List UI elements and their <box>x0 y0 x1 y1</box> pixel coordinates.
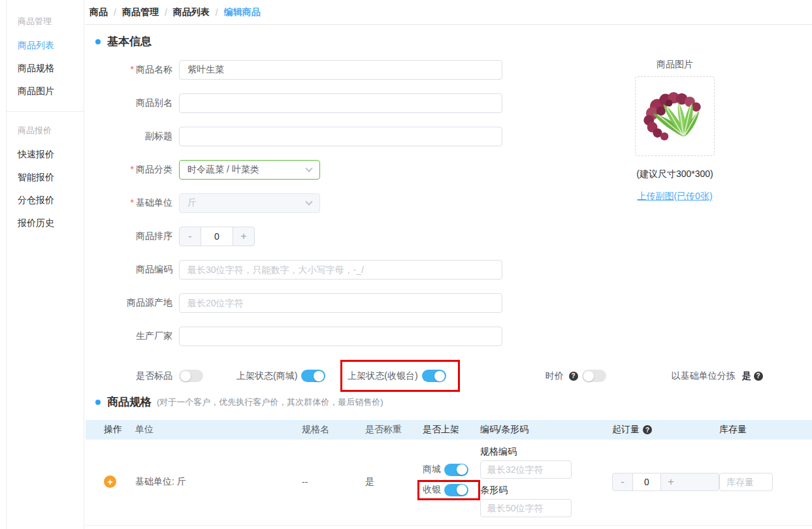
category-select[interactable]: 时令蔬菜 / 叶菜类 <box>179 160 320 180</box>
row-shelf-toggles: 商城 收银 <box>423 464 480 500</box>
sidebar-item-smart-quote[interactable]: 智能报价 <box>18 172 84 184</box>
is-standard-toggle[interactable] <box>179 370 203 382</box>
row-spec-name-value: -- <box>302 477 365 487</box>
product-alias-label: 商品别名 <box>95 97 172 109</box>
main-content: 商品 / 商品管理 / 商品列表 / 编辑商品 基本信息 *商品名称 商品别名 <box>85 0 812 529</box>
sidebar-item-quick-quote[interactable]: 快速报价 <box>18 149 84 161</box>
stock-input[interactable] <box>719 473 773 491</box>
stepper-decrease-button[interactable]: - <box>180 227 201 246</box>
origin-input[interactable] <box>179 293 502 313</box>
column-header-action: 操作 <box>104 424 135 436</box>
column-header-weighed: 是否称重 <box>365 424 423 436</box>
row-cashier-label: 收银 <box>423 484 441 496</box>
product-image-upload-box[interactable] <box>635 76 715 156</box>
product-alias-input[interactable] <box>179 93 502 113</box>
breadcrumb-item-product-list[interactable]: 商品列表 <box>173 7 210 18</box>
cashier-shelf-highlight-box: 上架状态(收银台) <box>340 360 459 392</box>
column-header-min-order: 起订量 ? <box>612 424 719 436</box>
column-header-code-barcode: 编码/条形码 <box>480 424 612 436</box>
section-bullet-icon <box>95 39 101 44</box>
sidebar-item-warehouse-quote[interactable]: 分仓报价 <box>18 195 84 206</box>
add-spec-button[interactable]: + <box>104 475 116 488</box>
origin-label: 商品源产地 <box>95 297 172 309</box>
chevron-down-icon <box>305 198 312 205</box>
spec-pricing-note: (对于一个客户，优先执行客户价，其次群体价，最后销售价) <box>157 396 383 408</box>
spec-table-row: + 基础单位: 斤 -- 是 商城 收银 <box>86 440 812 526</box>
breadcrumb-current-edit-product: 编辑商品 <box>224 7 261 18</box>
mall-shelf-status-label: 上架状态(商城) <box>236 370 297 382</box>
spec-table: 操作 单位 规格名 是否称重 是否上架 编码/条形码 起订量 ? 库存量 + <box>86 420 812 526</box>
row-stock-cell <box>719 473 812 491</box>
breadcrumb: 商品 / 商品管理 / 商品列表 / 编辑商品 <box>85 0 812 25</box>
column-header-spec-name: 规格名 <box>302 424 365 436</box>
status-toggles-row: 是否标品 上架状态(商城) 上架状态(收银台) 时价 ? 以基础单位分拣 是 ? <box>95 360 812 392</box>
sidebar-item-product-spec[interactable]: 商品规格 <box>18 63 84 74</box>
sort-order-value[interactable]: 0 <box>201 227 233 246</box>
breadcrumb-separator: / <box>216 7 218 18</box>
spec-table-header: 操作 单位 规格名 是否称重 是否上架 编码/条形码 起订量 ? 库存量 <box>86 420 812 440</box>
time-price-help-icon[interactable]: ? <box>569 372 578 381</box>
sort-order-stepper: - 0 + <box>179 227 255 246</box>
sidebar-divider <box>7 111 84 112</box>
spec-code-input[interactable] <box>480 460 572 479</box>
product-name-input[interactable] <box>179 60 502 80</box>
base-unit-selected-value: 斤 <box>187 197 197 209</box>
is-standard-label: 是否标品 <box>95 370 172 382</box>
sidebar-group-product-quote: 商品报价 <box>18 125 84 136</box>
row-weighed-value: 是 <box>365 476 423 488</box>
base-unit-select: 斤 <box>179 193 320 213</box>
upload-secondary-images-link[interactable]: 上传副图(已传0张) <box>637 191 712 202</box>
breadcrumb-item-product[interactable]: 商品 <box>89 7 108 18</box>
sidebar-group-product-management: 商品管理 <box>18 16 84 27</box>
product-image-title: 商品图片 <box>657 59 693 71</box>
product-edit-page: 商品管理 商品列表 商品规格 商品图片 商品报价 快速报价 智能报价 分仓报价 … <box>0 0 812 529</box>
min-order-value[interactable]: 0 <box>632 473 661 490</box>
stepper-increase-button[interactable]: + <box>661 473 681 490</box>
basic-info-title: 基本信息 <box>107 34 152 49</box>
sidebar-item-product-list[interactable]: 商品列表 <box>18 40 84 52</box>
base-unit-sorting-help-icon[interactable]: ? <box>754 372 763 381</box>
product-code-input[interactable] <box>179 260 502 280</box>
manufacturer-input[interactable] <box>179 327 502 346</box>
row-mall-toggle[interactable] <box>444 464 468 476</box>
base-unit-sorting-label: 以基础单位分拣 <box>672 370 736 382</box>
sidebar-item-product-image[interactable]: 商品图片 <box>18 86 84 97</box>
spec-title-row: 商品规格 (对于一个客户，优先执行客户价，其次群体价，最后销售价) <box>95 394 812 409</box>
column-header-on-shelf: 是否上架 <box>423 424 480 436</box>
product-image-lettuce <box>640 84 709 148</box>
breadcrumb-item-product-management[interactable]: 商品管理 <box>122 7 159 18</box>
mall-shelf-status-toggle[interactable] <box>301 370 325 382</box>
category-label: *商品分类 <box>95 164 172 176</box>
row-code-cell: 规格编码 条形码 <box>480 446 612 517</box>
row-mall-label: 商城 <box>423 464 441 475</box>
category-selected-value: 时令蔬菜 / 叶菜类 <box>187 164 259 176</box>
subtitle-input[interactable] <box>179 127 502 146</box>
required-mark: * <box>131 197 134 208</box>
stepper-increase-button[interactable]: + <box>233 227 254 246</box>
image-size-hint: (建议尺寸300*300) <box>636 168 713 180</box>
required-mark: * <box>131 164 134 174</box>
base-unit-sorting-value: 是 <box>742 370 751 382</box>
base-unit-label: *基础单位 <box>95 197 172 209</box>
product-code-label: 商品编码 <box>95 264 172 276</box>
breadcrumb-separator: / <box>114 7 116 18</box>
barcode-input[interactable] <box>480 499 572 517</box>
time-price-toggle[interactable] <box>582 370 606 382</box>
product-spec-section: 商品规格 (对于一个客户，优先执行客户价，其次群体价，最后销售价) 操作 单位 … <box>95 394 812 526</box>
row-cashier-toggle[interactable] <box>444 484 468 496</box>
sidebar: 商品管理 商品列表 商品规格 商品图片 商品报价 快速报价 智能报价 分仓报价 … <box>7 0 84 529</box>
subtitle-label: 副标题 <box>95 131 172 142</box>
stepper-decrease-button[interactable]: - <box>613 473 632 490</box>
chevron-down-icon <box>305 165 312 172</box>
sidebar-item-quote-history[interactable]: 报价历史 <box>18 217 84 229</box>
cashier-shelf-status-toggle[interactable] <box>422 370 446 382</box>
spec-code-label: 规格编码 <box>480 446 612 458</box>
min-order-stepper: - 0 + <box>612 473 719 491</box>
required-mark: * <box>131 64 134 74</box>
sort-order-label: 商品排序 <box>95 231 172 242</box>
basic-info-title-row: 基本信息 <box>95 34 812 49</box>
section-bullet-icon <box>95 400 101 405</box>
breadcrumb-separator: / <box>165 7 167 18</box>
row-cashier-highlight-box: 收银 <box>417 480 480 500</box>
min-order-help-icon[interactable]: ? <box>643 425 652 434</box>
